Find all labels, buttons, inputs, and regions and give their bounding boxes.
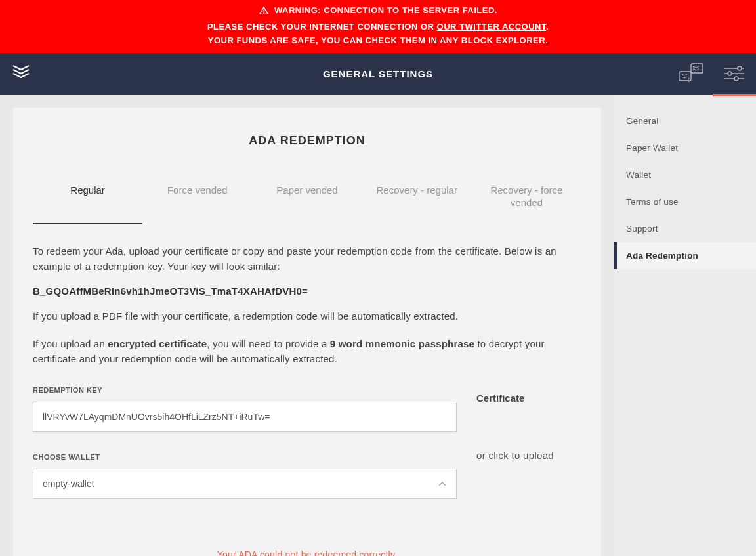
enc-bold2: 9 word mnemonic passphrase (330, 338, 474, 349)
wallets-icon (677, 61, 705, 86)
tab-recovery-force-vended[interactable]: Recovery - force vended (472, 177, 581, 224)
upload-click-text[interactable]: or click to upload (476, 450, 581, 461)
warning-line2-pre: PLEASE CHECK YOUR INTERNET CONNECTION OR (207, 22, 437, 32)
choose-wallet-value: empty-wallet (43, 479, 94, 489)
redemption-key-label: REDEMPTION KEY (33, 386, 457, 394)
encrypted-note: If you upload an encrypted certificate, … (33, 336, 581, 367)
enc-bold1: encrypted certificate (108, 338, 207, 349)
tab-force-vended[interactable]: Force vended (142, 177, 252, 224)
redemption-tabs: Regular Force vended Paper vended Recove… (33, 177, 581, 224)
example-key: B_GQOAffMBeRIn6vh1hJmeOT3ViS_TmaT4XAHAfD… (33, 286, 581, 297)
warning-line2-post: . (546, 22, 549, 32)
redemption-key-input[interactable] (33, 402, 457, 432)
svg-point-7 (734, 77, 738, 81)
svg-rect-1 (691, 64, 703, 73)
top-bar: GENERAL SETTINGS (0, 53, 756, 95)
choose-wallet-label: CHOOSE WALLET (33, 453, 457, 461)
sidebar-item-paper-wallet[interactable]: Paper Wallet (614, 135, 756, 161)
svg-point-3 (738, 66, 742, 70)
certificate-label: Certificate (476, 393, 581, 404)
intro-text: To redeem your Ada, upload your certific… (33, 244, 581, 274)
connection-warning-banner: WARNING: CONNECTION TO THE SERVER FAILED… (0, 0, 756, 53)
chevron-up-icon (438, 478, 446, 490)
warning-line1: WARNING: CONNECTION TO THE SERVER FAILED… (274, 4, 497, 18)
page-title: GENERAL SETTINGS (323, 68, 433, 79)
wallets-nav-button[interactable] (669, 53, 713, 95)
pdf-note: If you upload a PDF file with your certi… (33, 309, 581, 324)
sidebar-item-wallet[interactable]: Wallet (614, 161, 756, 188)
sidebar-item-ada-redemption[interactable]: Ada Redemption (614, 242, 756, 269)
app-logo[interactable] (0, 53, 42, 95)
daedalus-logo-icon (10, 63, 32, 84)
warning-triangle-icon (259, 5, 269, 16)
sidebar-item-general[interactable]: General (614, 108, 756, 135)
tab-regular[interactable]: Regular (33, 177, 142, 224)
card-title: ADA REDEMPTION (33, 134, 581, 148)
tab-paper-vended[interactable]: Paper vended (252, 177, 362, 224)
main-content-scroll[interactable]: ADA REDEMPTION Regular Force vended Pape… (0, 95, 614, 556)
redemption-error-message: Your ADA could not be redeemed correctly… (33, 549, 581, 556)
svg-point-5 (728, 72, 732, 75)
choose-wallet-select[interactable]: empty-wallet (33, 469, 457, 499)
twitter-link[interactable]: OUR TWITTER ACCOUNT (437, 22, 546, 32)
settings-sidebar: General Paper Wallet Wallet Terms of use… (614, 95, 756, 556)
sidebar-item-terms[interactable]: Terms of use (614, 188, 756, 215)
svg-rect-0 (679, 72, 691, 81)
tab-recovery-regular[interactable]: Recovery - regular (362, 177, 472, 224)
ada-redemption-card: ADA REDEMPTION Regular Force vended Pape… (13, 108, 601, 556)
settings-nav-button[interactable] (713, 53, 756, 95)
sidebar-item-support[interactable]: Support (614, 215, 756, 242)
enc-pre: If you upload an (33, 338, 108, 349)
sliders-icon (723, 64, 746, 83)
warning-line3: YOUR FUNDS ARE SAFE, YOU CAN CHECK THEM … (0, 34, 756, 48)
enc-mid: , you will need to provide a (207, 338, 330, 349)
